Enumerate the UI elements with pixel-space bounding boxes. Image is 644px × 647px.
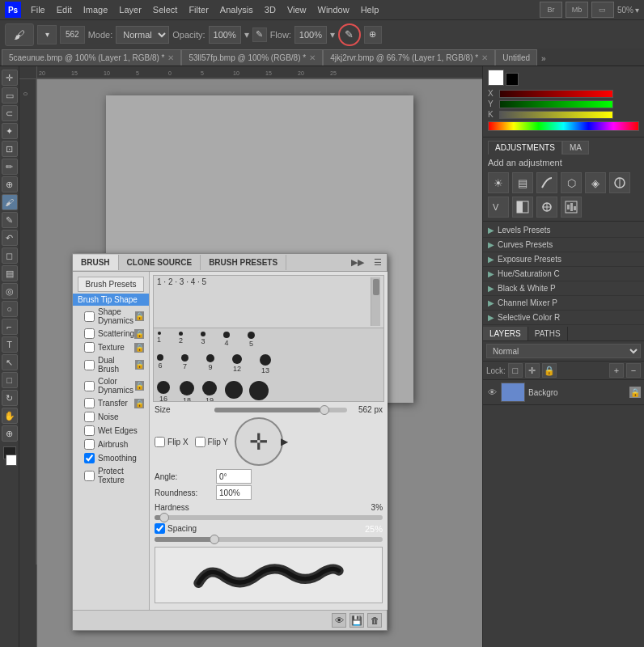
menu-layer[interactable]: Layer — [114, 3, 146, 16]
tool-crop[interactable]: ⊡ — [2, 141, 18, 157]
adj-icon-photofilter[interactable] — [536, 197, 557, 218]
mode-select[interactable]: Normal — [116, 26, 169, 44]
adj-tab-ma[interactable]: MA — [562, 141, 589, 154]
adj-preset-curves[interactable]: ▶ Curves Presets — [483, 238, 644, 252]
tool-move[interactable]: ✛ — [2, 70, 18, 86]
brush-dot-7[interactable]: 7 — [181, 354, 189, 374]
adj-icon-levels[interactable]: ▤ — [512, 172, 533, 193]
bp-brush-tip-shape[interactable]: Brush Tip Shape — [73, 294, 149, 306]
brush-dot-1[interactable]: 1 — [157, 332, 161, 348]
spacing-slider-thumb[interactable] — [210, 535, 219, 544]
bp-protect-texture-cb[interactable] — [84, 471, 95, 481]
adj-icon-brightness[interactable]: ☀ — [488, 172, 509, 193]
flip-x-label[interactable]: Flip X — [155, 437, 189, 447]
tool-pen[interactable]: ⌐ — [2, 319, 18, 335]
bp-tab-presets[interactable]: BRUSH PRESETS — [201, 255, 286, 270]
tab-3[interactable]: Untitled — [495, 49, 537, 66]
bp-presets-btn[interactable]: Brush Presets — [78, 277, 144, 292]
color-spectrum[interactable] — [488, 121, 639, 131]
menu-select[interactable]: Select — [148, 3, 183, 16]
bp-transfer[interactable]: Transfer 🔒 — [73, 396, 149, 410]
bp-dual-brush-cb[interactable] — [84, 360, 95, 370]
color-x-bar[interactable] — [499, 90, 613, 98]
adj-preset-channel[interactable]: ▶ Channel Mixer P — [483, 296, 644, 311]
tab-0[interactable]: 5caeunue.bmp @ 100% (Layer 1, RGB/8) * ✕ — [2, 49, 181, 66]
tool-path-select[interactable]: ↖ — [2, 354, 18, 370]
spacing-cb-label[interactable]: Spacing — [155, 523, 197, 534]
brush-dot-5[interactable]: 5 — [248, 332, 255, 348]
bp-bottom-eye[interactable]: 👁 — [332, 613, 346, 628]
size-slider[interactable] — [214, 406, 347, 414]
tool-zoom[interactable]: ⊕ — [2, 425, 18, 442]
tool-type[interactable]: T — [2, 336, 18, 353]
adj-preset-hue[interactable]: ▶ Hue/Saturation C — [483, 267, 644, 281]
bp-bottom-trash[interactable]: 🗑 — [367, 613, 382, 628]
foreground-swatch[interactable] — [488, 70, 504, 86]
flip-x-cb[interactable] — [155, 437, 165, 447]
tool-blur[interactable]: ◎ — [2, 283, 18, 299]
bp-tab-clone[interactable]: CLONE SOURCE — [119, 255, 201, 270]
angle-input[interactable] — [216, 469, 252, 484]
opacity-arrow[interactable]: ▾ — [244, 29, 249, 40]
adj-tab-adjustments[interactable]: ADJUSTMENTS — [488, 141, 562, 154]
menu-view[interactable]: View — [282, 3, 311, 16]
menu-file[interactable]: File — [26, 3, 50, 16]
clone-source-btn[interactable]: ⊕ — [364, 26, 382, 44]
adj-icon-bw[interactable] — [512, 197, 533, 218]
bp-tab-brush[interactable]: BRUSH — [73, 255, 119, 270]
menu-3d[interactable]: 3D — [260, 3, 281, 16]
hardness-slider-thumb[interactable] — [159, 513, 169, 522]
tool-magic-wand[interactable]: ✦ — [2, 123, 18, 139]
menu-analysis[interactable]: Analysis — [215, 3, 258, 16]
adj-icon-hue[interactable] — [609, 172, 630, 193]
flip-y-label[interactable]: Flip Y — [195, 437, 228, 447]
brush-dot-24[interactable]: 24 — [225, 381, 243, 401]
tool-gradient[interactable]: ▤ — [2, 265, 18, 281]
bp-airbrush[interactable]: Airbrush — [73, 438, 149, 451]
brush-dot-16[interactable]: 16 — [157, 381, 170, 401]
menu-help[interactable]: Help — [356, 3, 384, 16]
tool-eraser[interactable]: ◻ — [2, 247, 18, 264]
bridge-btn[interactable]: Br — [540, 2, 562, 18]
tool-shape[interactable]: □ — [2, 372, 18, 388]
brush-dot-2[interactable]: 2 — [179, 332, 183, 348]
lock-all-btn[interactable]: 🔒 — [542, 363, 557, 378]
zoom-control[interactable]: 50% ▾ — [617, 6, 639, 15]
bp-wet-edges[interactable]: Wet Edges — [73, 424, 149, 438]
bp-airbrush-cb[interactable] — [84, 439, 95, 450]
tool-lasso[interactable]: ⊂ — [2, 105, 18, 121]
bp-protect-texture[interactable]: Protect Texture — [73, 465, 149, 486]
tab-1[interactable]: 53ll57fp.bmp @ 100% (RGB/8) * ✕ — [181, 49, 323, 66]
adj-preset-selective[interactable]: ▶ Selective Color R — [483, 311, 644, 325]
brush-dot-4[interactable]: 4 — [223, 332, 230, 348]
bp-color-dynamics-cb[interactable] — [84, 381, 95, 391]
tool-dodge[interactable]: ○ — [2, 301, 18, 317]
brush-dot-19[interactable]: 19 — [202, 381, 217, 401]
bp-texture[interactable]: Texture 🔒 — [73, 340, 149, 354]
bp-scattering[interactable]: Scattering 🔒 — [73, 327, 149, 340]
bp-expand-arrow[interactable]: ▶▶ — [346, 254, 369, 271]
brush-dot-12[interactable]: 12 — [232, 354, 242, 374]
lock-pixels-btn[interactable]: □ — [508, 363, 523, 378]
more-tabs-btn[interactable]: » — [537, 52, 550, 66]
bp-shape-dynamics[interactable]: Shape Dynamics 🔒 — [73, 306, 149, 327]
adj-icon-exposure[interactable]: ⬡ — [561, 172, 582, 193]
brush-dot-28[interactable]: 28 — [249, 381, 269, 401]
layer-delete-btn[interactable]: − — [626, 363, 641, 378]
roundness-input[interactable] — [216, 485, 252, 500]
bp-bottom-save[interactable]: 💾 — [350, 613, 364, 628]
spacing-cb[interactable] — [155, 523, 165, 534]
brush-dot-9[interactable]: 9 — [206, 354, 214, 374]
opacity-input[interactable] — [209, 26, 241, 44]
bp-menu-btn[interactable]: ☰ — [369, 254, 387, 271]
color-y-bar[interactable] — [499, 100, 613, 108]
airbrush-btn[interactable]: ✎ — [252, 27, 267, 42]
adj-preset-exposure[interactable]: ▶ Exposure Presets — [483, 252, 644, 267]
adj-icon-curves[interactable] — [536, 172, 557, 193]
brush-preset-picker[interactable]: ▾ — [37, 25, 57, 44]
tab-2-close[interactable]: ✕ — [481, 53, 488, 62]
brush-dot-13[interactable]: 13 — [260, 354, 271, 374]
menu-edit[interactable]: Edit — [52, 3, 77, 16]
bp-smoothing[interactable]: Smoothing — [73, 451, 149, 465]
tool-3d-rotate[interactable]: ↻ — [2, 390, 18, 406]
